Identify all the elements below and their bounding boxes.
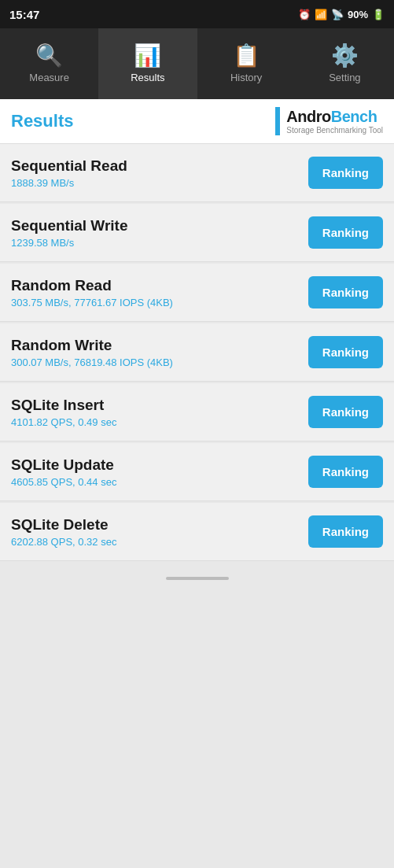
result-info: Sequential Write1239.58 MB/s bbox=[11, 217, 308, 249]
ranking-button[interactable]: Ranking bbox=[308, 396, 383, 428]
result-name: Random Write bbox=[11, 337, 308, 354]
table-row: Random Write300.07 MB/s, 76819.48 IOPS (… bbox=[0, 323, 394, 382]
result-info: SQLite Delete6202.88 QPS, 0.32 sec bbox=[11, 516, 308, 548]
result-info: Random Read303.75 MB/s, 77761.67 IOPS (4… bbox=[11, 277, 308, 308]
battery-percent: 90% bbox=[348, 9, 368, 20]
measure-icon: 🔍 bbox=[35, 45, 63, 67]
alarm-icon: ⏰ bbox=[298, 9, 311, 20]
ranking-button[interactable]: Ranking bbox=[308, 515, 383, 548]
nav-measure-label: Measure bbox=[29, 72, 69, 83]
nav-setting-label: Setting bbox=[329, 72, 360, 83]
androbench-logo: AndroBench Storage Benchmarking Tool bbox=[275, 107, 383, 135]
result-name: Random Read bbox=[11, 277, 308, 294]
table-row: Random Read303.75 MB/s, 77761.67 IOPS (4… bbox=[0, 264, 394, 322]
table-row: Sequential Write1239.58 MB/sRanking bbox=[0, 204, 394, 262]
result-info: SQLite Insert4101.82 QPS, 0.49 sec bbox=[11, 397, 308, 428]
table-row: SQLite Update4605.85 QPS, 0.44 secRankin… bbox=[0, 443, 394, 501]
nav-measure[interactable]: 🔍 Measure bbox=[0, 28, 98, 99]
result-value: 6202.88 QPS, 0.32 sec bbox=[11, 536, 308, 548]
nav-history-label: History bbox=[230, 72, 262, 83]
status-bar: 15:47 ⏰ 📶 📡 90% 🔋 bbox=[0, 0, 394, 28]
ranking-button[interactable]: Ranking bbox=[308, 157, 383, 189]
ranking-button[interactable]: Ranking bbox=[308, 456, 383, 488]
result-value: 300.07 MB/s, 76819.48 IOPS (4KB) bbox=[11, 356, 308, 368]
wifi-icon: 📡 bbox=[331, 9, 344, 20]
result-name: SQLite Insert bbox=[11, 397, 308, 414]
result-name: SQLite Delete bbox=[11, 516, 308, 534]
signal-icon: 📶 bbox=[315, 9, 327, 20]
table-row: SQLite Delete6202.88 QPS, 0.32 secRankin… bbox=[0, 503, 394, 561]
page-header: Results AndroBench Storage Benchmarking … bbox=[0, 99, 394, 144]
history-icon: 📋 bbox=[233, 45, 260, 67]
ranking-button[interactable]: Ranking bbox=[308, 336, 383, 368]
result-info: SQLite Update4605.85 QPS, 0.44 sec bbox=[11, 456, 308, 488]
result-value: 1888.39 MB/s bbox=[11, 177, 308, 189]
nav-results[interactable]: 📊 Results bbox=[98, 28, 197, 99]
status-time: 15:47 bbox=[9, 8, 39, 21]
result-value: 4101.82 QPS, 0.49 sec bbox=[11, 416, 308, 428]
result-name: Sequential Write bbox=[11, 217, 308, 235]
results-list: Sequential Read1888.39 MB/sRankingSequen… bbox=[0, 144, 394, 561]
result-info: Random Write300.07 MB/s, 76819.48 IOPS (… bbox=[11, 337, 308, 368]
logo-main-text: AndroBench bbox=[286, 108, 383, 126]
result-value: 1239.58 MB/s bbox=[11, 237, 308, 249]
setting-icon: ⚙️ bbox=[331, 45, 359, 67]
results-icon: 📊 bbox=[134, 45, 161, 67]
nav-history[interactable]: 📋 History bbox=[197, 28, 296, 99]
table-row: Sequential Read1888.39 MB/sRanking bbox=[0, 144, 394, 202]
nav-setting[interactable]: ⚙️ Setting bbox=[296, 28, 394, 99]
result-value: 4605.85 QPS, 0.44 sec bbox=[11, 476, 308, 488]
logo-sub-text: Storage Benchmarking Tool bbox=[286, 126, 383, 135]
result-value: 303.75 MB/s, 77761.67 IOPS (4KB) bbox=[11, 297, 308, 308]
result-name: SQLite Update bbox=[11, 456, 308, 474]
page-title: Results bbox=[11, 111, 73, 131]
scroll-indicator bbox=[166, 577, 229, 580]
result-name: Sequential Read bbox=[11, 157, 308, 175]
table-row: SQLite Insert4101.82 QPS, 0.49 secRankin… bbox=[0, 383, 394, 441]
ranking-button[interactable]: Ranking bbox=[308, 276, 383, 308]
logo-text: AndroBench Storage Benchmarking Tool bbox=[286, 108, 383, 135]
battery-icon: 🔋 bbox=[372, 9, 385, 20]
nav-results-label: Results bbox=[131, 72, 164, 83]
ranking-button[interactable]: Ranking bbox=[308, 216, 383, 249]
result-info: Sequential Read1888.39 MB/s bbox=[11, 157, 308, 189]
status-icons: ⏰ 📶 📡 90% 🔋 bbox=[298, 9, 385, 20]
logo-bar-accent bbox=[275, 107, 280, 135]
nav-bar: 🔍 Measure 📊 Results 📋 History ⚙️ Setting bbox=[0, 28, 394, 99]
